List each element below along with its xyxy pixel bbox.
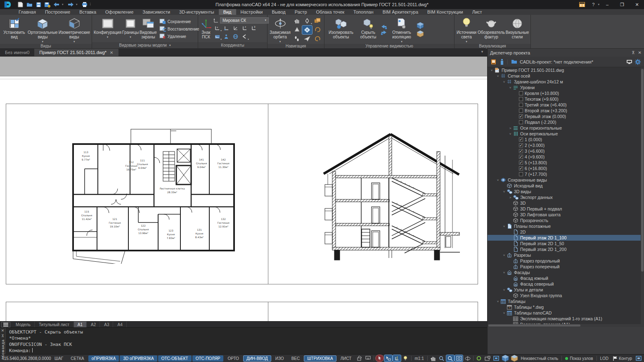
layout-tab-Модель[interactable]: Модель	[12, 322, 35, 328]
tree-expander-icon[interactable]: ˅	[502, 190, 507, 194]
ortho-views-button[interactable]: Ортогональные виды▾	[28, 16, 58, 44]
tree-item[interactable]: Фасад южный	[488, 275, 644, 281]
ribbon-tab-BIM Конструкции[interactable]: BIM Конструкции	[423, 9, 468, 15]
tree-checkbox[interactable]: ✓	[519, 166, 523, 170]
zoom-extents-icon[interactable]	[455, 355, 463, 362]
tree-item[interactable]: ˃Оси горизонтальные	[488, 125, 644, 131]
toggle-ШАГ[interactable]: ШАГ	[51, 355, 66, 362]
tree-expander-icon[interactable]: ˅	[502, 225, 507, 228]
tree-checkbox[interactable]	[519, 91, 523, 95]
tree-item[interactable]: ˅Уровни	[488, 85, 644, 90]
lights-button[interactable]: Источники света▾	[456, 16, 477, 44]
toggle-ОТС-ОБЪЕКТ[interactable]: ОТС-ОБЪЕКТ	[158, 355, 192, 362]
nav-arc-cw-button[interactable]	[313, 26, 322, 34]
tree-item[interactable]: ˅Сетки осей	[488, 73, 644, 79]
layout-tab-A3[interactable]: A3	[100, 322, 113, 328]
save-button[interactable]	[35, 1, 42, 8]
panel-close-icon[interactable]: ✕	[638, 50, 642, 55]
ribbon-tab-Вывод[interactable]: Вывод	[267, 9, 290, 15]
zoom-icon[interactable]	[438, 355, 446, 362]
nav-compass-button[interactable]	[302, 26, 312, 34]
annotation-scale-icon[interactable]	[475, 355, 483, 362]
tree-expander-icon[interactable]: ˅	[508, 132, 513, 136]
redo-dropdown-caret[interactable]: ▾	[76, 3, 79, 6]
qat-customize-caret[interactable]: ⸽	[90, 3, 93, 6]
lock-viewport-icon[interactable]	[355, 355, 363, 362]
viewport-restore-button[interactable]: Восстановление	[158, 26, 201, 32]
tree-item[interactable]: 2D	[488, 229, 644, 235]
coordinate-system-select[interactable]: Мировая СК▾	[220, 17, 269, 24]
nav-cone-button[interactable]	[292, 26, 302, 34]
tree-item[interactable]: Кровля (+10.800)	[488, 90, 644, 96]
tree-checkbox[interactable]	[519, 97, 523, 101]
ribbon-tab-Лист[interactable]: Лист	[468, 9, 487, 15]
tree-item[interactable]: ✓1 (0.000)	[488, 137, 644, 142]
tree-checkbox[interactable]: ✓	[519, 155, 523, 159]
toggle-3D оПРИВЯЗКА[interactable]: 3D оПРИВЯЗКА	[120, 355, 157, 362]
tree-item[interactable]: ˅Таблицы nanoCAD	[488, 310, 644, 316]
tree-item[interactable]: ˅Пример ГОСТ 21.501-2011.dwg	[488, 67, 644, 73]
layout-tab-A2[interactable]: A2	[87, 322, 100, 328]
layout-tab-Титульный лист[interactable]: Титульный лист	[35, 322, 73, 328]
isolate-add-button[interactable]	[381, 24, 387, 29]
nav-walk-button[interactable]	[292, 35, 302, 43]
toggle-оПРИВЯЗКА[interactable]: оПРИВЯЗКА	[88, 355, 119, 362]
nav-arc-ccw-button[interactable]	[313, 35, 322, 43]
lod-toggle[interactable]: LOD	[599, 356, 611, 361]
panel-pin-icon[interactable]: ⊼	[632, 50, 635, 55]
layer-state-top-button[interactable]	[416, 22, 424, 29]
tree-expander-icon[interactable]: ˅	[502, 253, 507, 257]
coord-ucs-l-button[interactable]	[222, 24, 231, 32]
tree-item[interactable]: Прозрачность	[488, 218, 644, 223]
document-tab[interactable]: Без имени0	[0, 49, 34, 56]
command-history[interactable]: ОБЪЕКТСКРТ - Скрыть объекты*Отмена*ONOFF…	[6, 328, 487, 354]
tree-item[interactable]: Первый этаж 2D 1_50	[488, 241, 644, 246]
tree-item[interactable]: ˅Здание-шаблон 24x12 м	[488, 79, 644, 85]
tree-item[interactable]: 3D Лифтовая шахта	[488, 212, 644, 218]
tree-expander-icon[interactable]: ˃	[508, 196, 513, 199]
materials-button[interactable]: Обозреватель фактур	[478, 16, 505, 44]
workspace-cube-icon[interactable]	[501, 355, 509, 362]
tree-item[interactable]: Подвал (-2.200)	[488, 119, 644, 125]
tree-expander-icon[interactable]: ˅	[502, 271, 507, 274]
redo-button[interactable]	[67, 1, 74, 8]
tree-expander-icon[interactable]: ˅	[508, 86, 513, 90]
toggle-СЕТКА[interactable]: СЕТКА	[67, 355, 88, 362]
tree-checkbox[interactable]	[519, 103, 523, 107]
minimize-button[interactable]: –	[600, 0, 614, 9]
tree-checkbox[interactable]: ✓	[519, 114, 523, 118]
table-mode-icon[interactable]	[579, 2, 589, 7]
close-button[interactable]: ✕	[630, 0, 644, 9]
show-nodes-toggle[interactable]: Показ узлов	[564, 356, 594, 361]
lock-ui-icon[interactable]	[484, 355, 492, 362]
ucs-sign-button[interactable]: Знак ПСК	[200, 16, 212, 42]
ribbon-tab-Настройки[interactable]: Настройки	[236, 9, 268, 15]
coord-ucs-view-button[interactable]: ▾	[213, 33, 222, 41]
tree-expander-icon[interactable]: ˃	[508, 126, 513, 130]
tree-item[interactable]: ˅Оси вертикальные	[488, 131, 644, 137]
visual-styles-button[interactable]: Визуальные стили	[506, 16, 529, 44]
layer-state-bottom-button[interactable]	[416, 30, 424, 38]
save-as-button[interactable]	[44, 1, 51, 8]
toggle-ВЕС[interactable]: ВЕС	[288, 355, 303, 362]
ribbon-tab-Вид[interactable]: Вид	[219, 9, 236, 15]
help-dropdown-caret[interactable]: ▾	[598, 3, 599, 6]
undo-dropdown-caret[interactable]: ▾	[62, 3, 65, 6]
dynamic-ucs-icon[interactable]	[393, 355, 401, 362]
project-mode-button[interactable]	[491, 59, 497, 65]
drawing-canvas[interactable]: 113Кухня9.77м²112Гостиная16.75м²111Спаль…	[0, 56, 487, 321]
tree-checkbox[interactable]: ✓	[519, 143, 523, 147]
restore-button[interactable]: ❐	[615, 0, 629, 9]
tree-item[interactable]: Фасад северный	[488, 281, 644, 287]
tree-item[interactable]: ✓Первый этаж (0.000)	[488, 114, 644, 119]
undo-button[interactable]	[53, 1, 60, 8]
tree-item[interactable]: ✓2 (+3.000)	[488, 142, 644, 148]
tree-vertical-scrollbar[interactable]	[641, 67, 644, 327]
tree-expander-icon[interactable]: ˅	[502, 80, 507, 84]
window-select-icon[interactable]	[384, 355, 392, 362]
coord-ucs-prev-button[interactable]: ▾	[240, 33, 249, 41]
tree-checkbox[interactable]: ✓	[519, 161, 523, 165]
tree-item[interactable]: 7 (+17.700)	[488, 171, 644, 177]
tree-item[interactable]: *Таблицы *.dwg	[488, 304, 644, 310]
nav-hand-button[interactable]	[292, 17, 302, 25]
